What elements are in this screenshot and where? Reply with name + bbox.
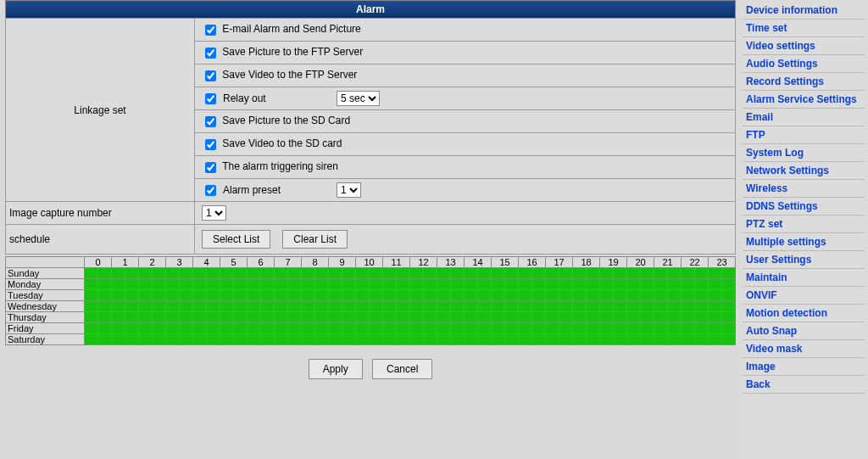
schedule-cell[interactable] <box>397 312 410 323</box>
schedule-cell[interactable] <box>546 290 559 301</box>
schedule-cell[interactable] <box>492 334 505 345</box>
sidebar-item-network-settings[interactable]: Network Settings <box>743 162 865 180</box>
schedule-cell[interactable] <box>573 268 587 279</box>
schedule-cell[interactable] <box>682 334 695 345</box>
schedule-cell[interactable] <box>261 268 275 279</box>
schedule-cell[interactable] <box>302 290 315 301</box>
schedule-cell[interactable] <box>112 312 125 323</box>
alarm-preset-checkbox[interactable] <box>205 185 216 196</box>
schedule-cell[interactable] <box>668 301 682 312</box>
schedule-cell[interactable] <box>329 279 342 290</box>
schedule-cell[interactable] <box>546 312 559 323</box>
schedule-cell[interactable] <box>505 301 519 312</box>
schedule-cell[interactable] <box>614 323 627 334</box>
schedule-cell[interactable] <box>207 301 220 312</box>
schedule-cell[interactable] <box>532 334 546 345</box>
schedule-cell[interactable] <box>573 323 587 334</box>
schedule-cell[interactable] <box>424 312 437 323</box>
schedule-cell[interactable] <box>261 323 275 334</box>
schedule-cell[interactable] <box>193 268 207 279</box>
sidebar-item-user-settings[interactable]: User Settings <box>743 251 865 269</box>
schedule-cell[interactable] <box>261 279 275 290</box>
schedule-cell[interactable] <box>627 268 641 279</box>
sidebar-item-alarm-service-settings[interactable]: Alarm Service Settings <box>743 91 865 109</box>
schedule-cell[interactable] <box>370 268 383 279</box>
sd-video-row[interactable]: Save Video to the SD card <box>202 137 342 149</box>
schedule-cell[interactable] <box>207 312 220 323</box>
schedule-cell[interactable] <box>559 301 573 312</box>
schedule-cell[interactable] <box>709 312 722 323</box>
schedule-cell[interactable] <box>139 312 153 323</box>
schedule-cell[interactable] <box>275 334 288 345</box>
sidebar-item-video-mask[interactable]: Video mask <box>743 340 865 358</box>
schedule-cell[interactable] <box>492 312 505 323</box>
sd-picture-checkbox[interactable] <box>205 116 216 127</box>
schedule-cell[interactable] <box>709 279 722 290</box>
schedule-cell[interactable] <box>383 334 397 345</box>
schedule-cell[interactable] <box>682 290 695 301</box>
schedule-cell[interactable] <box>600 334 614 345</box>
schedule-cell[interactable] <box>234 268 248 279</box>
select-list-button[interactable]: Select List <box>202 230 270 249</box>
schedule-cell[interactable] <box>207 290 220 301</box>
schedule-cell[interactable] <box>587 279 600 290</box>
schedule-cell[interactable] <box>248 301 261 312</box>
schedule-cell[interactable] <box>478 301 492 312</box>
schedule-cell[interactable] <box>302 312 315 323</box>
sidebar-item-motion-detection[interactable]: Motion detection <box>743 305 865 322</box>
schedule-cell[interactable] <box>437 301 451 312</box>
schedule-cell[interactable] <box>668 279 682 290</box>
schedule-cell[interactable] <box>695 268 709 279</box>
schedule-cell[interactable] <box>627 290 641 301</box>
schedule-cell[interactable] <box>614 334 627 345</box>
schedule-cell[interactable] <box>98 268 112 279</box>
schedule-cell[interactable] <box>627 301 641 312</box>
schedule-cell[interactable] <box>573 279 587 290</box>
schedule-cell[interactable] <box>139 323 153 334</box>
schedule-cell[interactable] <box>275 312 288 323</box>
schedule-cell[interactable] <box>288 279 302 290</box>
sidebar-item-record-settings[interactable]: Record Settings <box>743 73 865 91</box>
schedule-cell[interactable] <box>695 301 709 312</box>
schedule-cell[interactable] <box>437 312 451 323</box>
schedule-cell[interactable] <box>654 268 668 279</box>
siren-row[interactable]: The alarm triggering siren <box>202 160 338 172</box>
schedule-cell[interactable] <box>302 323 315 334</box>
schedule-cell[interactable] <box>532 312 546 323</box>
schedule-cell[interactable] <box>329 268 342 279</box>
schedule-cell[interactable] <box>356 312 370 323</box>
schedule-cell[interactable] <box>329 323 342 334</box>
schedule-cell[interactable] <box>153 279 166 290</box>
schedule-cell[interactable] <box>641 279 654 290</box>
schedule-cell[interactable] <box>139 268 153 279</box>
schedule-cell[interactable] <box>193 334 207 345</box>
ftp-picture-checkbox[interactable] <box>205 48 216 59</box>
alarm-preset-row[interactable]: Alarm preset 1 <box>202 182 361 199</box>
schedule-cell[interactable] <box>153 312 166 323</box>
schedule-cell[interactable] <box>207 334 220 345</box>
schedule-cell[interactable] <box>492 301 505 312</box>
schedule-cell[interactable] <box>695 323 709 334</box>
sidebar-item-device-information[interactable]: Device information <box>743 2 865 20</box>
schedule-cell[interactable] <box>288 301 302 312</box>
schedule-cell[interactable] <box>682 268 695 279</box>
schedule-cell[interactable] <box>383 290 397 301</box>
schedule-cell[interactable] <box>180 268 193 279</box>
schedule-cell[interactable] <box>261 334 275 345</box>
schedule-cell[interactable] <box>315 279 329 290</box>
schedule-cell[interactable] <box>288 312 302 323</box>
schedule-cell[interactable] <box>180 323 193 334</box>
schedule-cell[interactable] <box>85 301 98 312</box>
sidebar-item-multiple-settings[interactable]: Multiple settings <box>743 233 865 251</box>
schedule-cell[interactable] <box>559 334 573 345</box>
schedule-cell[interactable] <box>193 290 207 301</box>
schedule-cell[interactable] <box>410 323 424 334</box>
schedule-cell[interactable] <box>722 312 736 323</box>
schedule-cell[interactable] <box>397 279 410 290</box>
schedule-cell[interactable] <box>478 290 492 301</box>
schedule-cell[interactable] <box>668 268 682 279</box>
schedule-cell[interactable] <box>654 323 668 334</box>
schedule-cell[interactable] <box>559 279 573 290</box>
schedule-cell[interactable] <box>532 301 546 312</box>
alarm-preset-select[interactable]: 1 <box>337 182 361 198</box>
